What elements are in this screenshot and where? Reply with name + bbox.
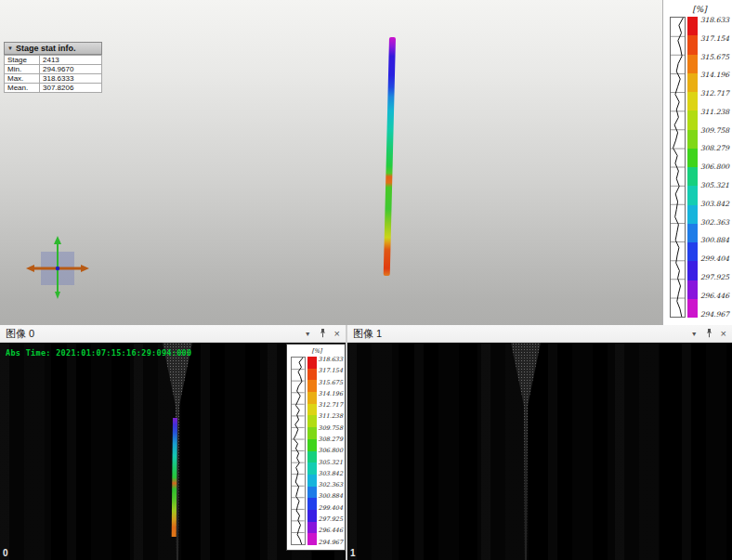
- stage-stat-header[interactable]: ▼ Stage stat info.: [4, 42, 102, 55]
- panel0-title: 图像 0: [6, 327, 34, 341]
- panel0-camera-image[interactable]: Abs Time: 2021:01:07:15:16:29:094:000 [%…: [0, 343, 346, 560]
- stat-value: 2413: [40, 56, 102, 65]
- collapse-icon[interactable]: ▼: [7, 46, 13, 51]
- stat-label: Max.: [5, 74, 40, 84]
- panel0-close-button[interactable]: ×: [334, 329, 340, 339]
- stage-stat-panel: ▼ Stage stat info. Stage 2413 Min. 294.9…: [4, 42, 102, 93]
- legend-unit-label: [%]: [670, 5, 729, 14]
- panel1-close-button[interactable]: ×: [721, 329, 726, 339]
- table-row: Min. 294.9670: [5, 65, 102, 74]
- camera-index-label: 0: [3, 548, 8, 558]
- abs-time-label: Abs Time: 2021:01:07:15:16:29:094:000: [6, 348, 191, 358]
- image-panel-0: 图像 0 ▼ × Abs Time: 2021:01:07:15:16:29:0…: [0, 325, 346, 560]
- strain-legend: [%] 318.633317.154315.675314.196312.7173…: [662, 0, 732, 325]
- application-window: ▼ Stage stat info. Stage 2413 Min. 294.9…: [0, 0, 732, 560]
- panel1-title: 图像 1: [353, 327, 382, 341]
- legend-histogram: [291, 357, 306, 545]
- axis-triad-icon: [24, 235, 91, 302]
- camera-index-label: 1: [350, 548, 356, 558]
- panel1-camera-image[interactable]: 1: [347, 343, 732, 560]
- specimen-speckle-funnel: [506, 343, 545, 560]
- legend-tick-labels: 318.633317.154315.675314.196312.717311.2…: [698, 17, 729, 318]
- stat-value: 294.9670: [40, 65, 102, 74]
- specimen-strain-map: [384, 37, 396, 276]
- panel0-strain-legend: [%] 318.633317.154315.675314.196312.7173…: [286, 344, 346, 551]
- stat-value: 307.8206: [40, 84, 102, 93]
- stage-stat-title: Stage stat info.: [16, 44, 76, 53]
- 3d-viewport[interactable]: ▼ Stage stat info. Stage 2413 Min. 294.9…: [0, 0, 662, 325]
- stat-label: Min.: [5, 65, 40, 74]
- table-row: Mean. 307.8206: [5, 84, 102, 93]
- specimen-speckle-funnel: [158, 343, 197, 560]
- legend-colorbar: [307, 357, 317, 545]
- panel1-menu-button[interactable]: ▼: [691, 331, 698, 337]
- panel0-pin-icon[interactable]: [320, 329, 326, 338]
- table-row: Stage 2413: [5, 56, 102, 65]
- legend-unit-label: [%]: [291, 347, 343, 355]
- stat-label: Mean.: [5, 84, 40, 93]
- legend-tick-labels: 318.633317.154315.675314.196312.717311.2…: [317, 357, 343, 545]
- stat-value: 318.6333: [40, 74, 102, 84]
- stat-label: Stage: [5, 56, 40, 65]
- panel0-titlebar[interactable]: 图像 0 ▼ ×: [0, 325, 346, 343]
- panel0-menu-button[interactable]: ▼: [305, 331, 311, 337]
- legend-histogram: [670, 17, 686, 318]
- panel1-titlebar[interactable]: 图像 1 ▼ ×: [347, 325, 732, 343]
- image-panel-1: 图像 1 ▼ × 1: [347, 325, 732, 560]
- panel1-pin-icon[interactable]: [706, 329, 712, 338]
- table-row: Max. 318.6333: [5, 74, 102, 84]
- legend-colorbar: [687, 17, 698, 318]
- stage-stat-table: Stage 2413 Min. 294.9670 Max. 318.6333 M…: [4, 55, 102, 93]
